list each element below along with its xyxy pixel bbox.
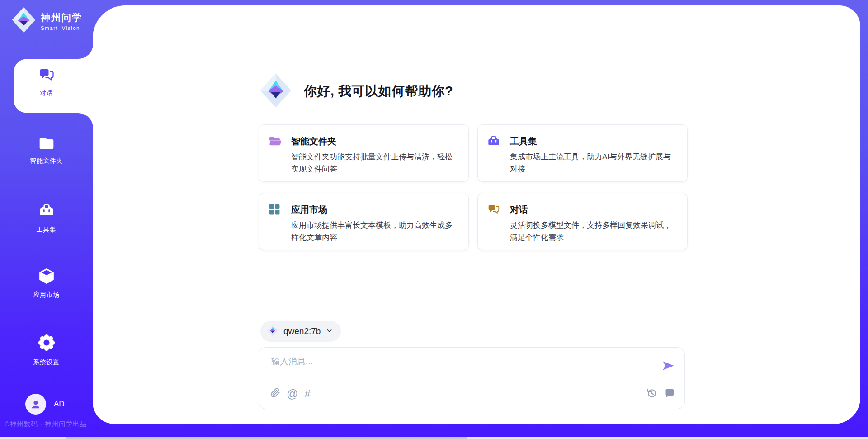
toolbox-icon <box>487 134 500 148</box>
gear-icon <box>37 333 56 354</box>
brand-name: 神州问学 <box>41 11 82 24</box>
model-diamond-icon <box>267 324 278 339</box>
sidebar-item-chat[interactable]: 对话 <box>0 67 93 97</box>
sidebar-item-label: 应用市场 <box>33 291 60 299</box>
folder-icon <box>38 135 55 153</box>
user-initials: AD <box>54 400 65 409</box>
assistant-diamond-icon <box>259 72 293 111</box>
message-composer: @ # <box>259 347 685 409</box>
sidebar-item-settings[interactable]: 系统设置 <box>0 333 93 367</box>
card-title: 应用市场 <box>291 204 327 216</box>
card-app-market[interactable]: 应用市场 应用市场提供丰富长文本模板，助力高效生成多样化文章内容 <box>259 193 469 250</box>
card-smart-folder[interactable]: 智能文件夹 智能文件夹功能支持批量文件上传与清洗，轻松实现文件问答 <box>259 124 469 182</box>
history-icon[interactable] <box>646 387 657 401</box>
user-account[interactable]: AD <box>25 394 65 415</box>
brand-diamond-icon <box>11 6 37 36</box>
avatar <box>25 394 46 415</box>
chevron-down-icon <box>326 327 333 336</box>
open-folder-icon <box>268 134 282 148</box>
card-description: 灵活切换多模型文件，支持多样回复效果调试，满足个性化需求 <box>510 219 677 243</box>
sidebar-item-label: 对话 <box>40 89 53 97</box>
copyright-footer: ©神州数码 · 神州问学出品 <box>5 420 86 429</box>
chat-bubbles-icon <box>487 203 500 216</box>
send-icon[interactable] <box>661 358 675 373</box>
cube-icon <box>38 267 56 286</box>
chat-bubble-icon[interactable] <box>664 387 675 400</box>
toolbox-icon <box>38 202 55 221</box>
sidebar-item-app-market[interactable]: 应用市场 <box>0 267 93 299</box>
sidebar-item-label: 工具集 <box>37 226 57 234</box>
hashtag-icon[interactable]: # <box>304 388 310 399</box>
scrollbar-thumb[interactable] <box>66 437 467 439</box>
model-name: qwen2:7b <box>283 326 321 336</box>
tab-fillet-top <box>78 43 93 59</box>
card-chat[interactable]: 对话 灵活切换多模型文件，支持多样回复效果调试，满足个性化需求 <box>477 193 688 250</box>
card-title: 智能文件夹 <box>291 135 336 148</box>
tab-fillet-bottom <box>78 113 93 129</box>
greeting-block: 你好, 我可以如何帮助你? <box>259 72 453 111</box>
card-description: 应用市场提供丰富长文本模板，助力高效生成多样化文章内容 <box>291 219 458 243</box>
card-description: 智能文件夹功能支持批量文件上传与清洗，轻松实现文件问答 <box>291 151 458 175</box>
brand-logo: 神州问学 Smart Vision <box>11 6 82 36</box>
card-toolset[interactable]: 工具集 集成市场上主流工具，助力AI与外界无缝扩展与对接 <box>477 124 688 182</box>
brand-subtitle: Smart Vision <box>41 25 82 31</box>
card-title: 对话 <box>510 204 528 216</box>
horizontal-scrollbar[interactable] <box>0 437 868 439</box>
card-description: 集成市场上主流工具，助力AI与外界无缝扩展与对接 <box>510 151 677 175</box>
mention-icon[interactable]: @ <box>287 388 298 400</box>
greeting-title: 你好, 我可以如何帮助你? <box>304 82 453 100</box>
sidebar-item-toolset[interactable]: 工具集 <box>0 202 93 234</box>
attachment-icon[interactable] <box>270 387 280 400</box>
message-input[interactable] <box>271 354 642 369</box>
card-title: 工具集 <box>510 135 537 148</box>
feature-cards: 智能文件夹 智能文件夹功能支持批量文件上传与清洗，轻松实现文件问答 <box>259 124 688 250</box>
app-window: 神州问学 Smart Vision 对话 智能文件夹 <box>0 0 868 439</box>
model-selector[interactable]: qwen2:7b <box>260 321 341 342</box>
sidebar-item-label: 智能文件夹 <box>30 157 63 165</box>
grid-icon <box>268 203 282 216</box>
chat-bubbles-icon <box>38 67 55 85</box>
composer-divider <box>267 382 677 382</box>
sidebar-item-label: 系统设置 <box>33 358 60 367</box>
sidebar-item-smart-folder[interactable]: 智能文件夹 <box>0 135 93 165</box>
